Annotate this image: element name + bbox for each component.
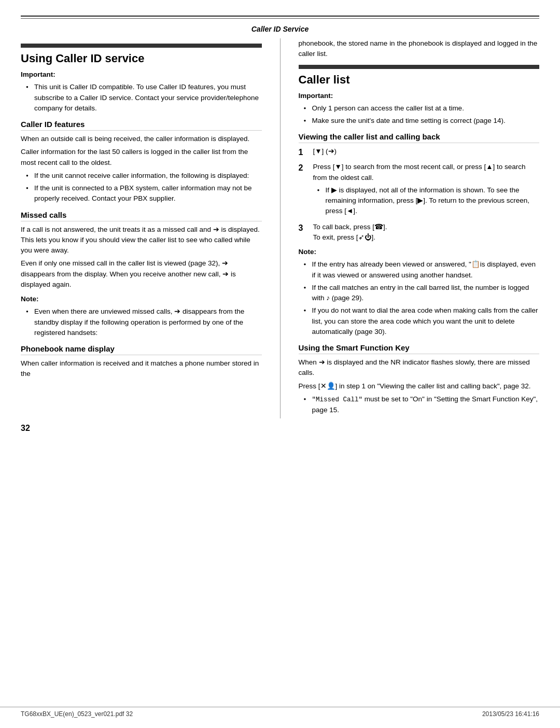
missed-calls-body1: If a call is not answered, the unit trea… bbox=[21, 225, 262, 256]
top-border bbox=[0, 16, 560, 19]
exit-symbol: ➶⏻ bbox=[358, 233, 372, 241]
right-column: phonebook, the stored name in the phoneb… bbox=[299, 38, 540, 418]
caller-list-important-label: Important: bbox=[299, 91, 540, 101]
left-column: Using Caller ID service Important: This … bbox=[21, 38, 262, 418]
smart-function-body2: Press [✕👤] in step 1 on "Viewing the cal… bbox=[299, 381, 540, 391]
step-1: 1 [▼] (➔) bbox=[299, 146, 540, 159]
step-num-3: 3 bbox=[299, 222, 310, 243]
page-number: 32 bbox=[21, 424, 539, 433]
steps-list: 1 [▼] (➔) 2 Press [▼] to search from the… bbox=[299, 146, 540, 243]
caller-id-features-heading: Caller ID features bbox=[21, 120, 262, 131]
main-heading-left: Using Caller ID service bbox=[21, 52, 262, 65]
list-item: If you do not want to dial the area code… bbox=[304, 305, 540, 337]
list-item: Only 1 person can access the caller list… bbox=[304, 103, 540, 114]
step-content-3: To call back, press [☎]. To exit, press … bbox=[313, 222, 540, 243]
important-label-left: Important: bbox=[21, 69, 262, 80]
step-2: 2 Press [▼] to search from the most rece… bbox=[299, 162, 540, 218]
missed-calls-note-bullets: Even when there are unviewed missed call… bbox=[21, 306, 262, 338]
two-column-layout: Using Caller ID service Important: This … bbox=[0, 38, 560, 418]
list-item: If the call matches an entry in the call… bbox=[304, 283, 540, 304]
footer-left: TG68xxBX_UE(en)_0523_ver021.pdf 32 bbox=[21, 710, 133, 718]
step-num-1: 1 bbox=[299, 146, 310, 159]
caller-id-body2: Caller information for the last 50 calle… bbox=[21, 147, 262, 168]
caller-list-heading: Caller list bbox=[299, 73, 540, 87]
right-dark-bar bbox=[299, 65, 540, 69]
viewing-note-label: Note: bbox=[299, 247, 540, 257]
list-item: This unit is Caller ID compatible. To us… bbox=[26, 82, 262, 114]
phonebook-body1: When caller information is received and … bbox=[21, 358, 262, 380]
list-item: If the unit is connected to a PBX system… bbox=[26, 183, 262, 204]
viewing-note-bullets: If the entry has already been viewed or … bbox=[299, 259, 540, 337]
phone-symbol: ☎ bbox=[374, 223, 383, 231]
caller-id-body1: When an outside call is being received, … bbox=[21, 134, 262, 144]
step-content-2: Press [▼] to search from the most recent… bbox=[313, 162, 540, 218]
list-item: If the entry has already been viewed or … bbox=[304, 259, 540, 281]
missed-call-code: "Missed Call" bbox=[312, 396, 363, 403]
important-bullets-left: This unit is Caller ID compatible. To us… bbox=[21, 82, 262, 114]
page-footer: TG68xxBX_UE(en)_0523_ver021.pdf 32 2013/… bbox=[0, 707, 560, 718]
list-item: If the unit cannot receive caller inform… bbox=[26, 171, 262, 181]
border-thick bbox=[21, 16, 539, 17]
caller-id-bullets: If the unit cannot receive caller inform… bbox=[21, 171, 262, 204]
border-thin bbox=[21, 18, 539, 19]
phonebook-heading: Phonebook name display bbox=[21, 344, 262, 355]
viewing-caller-list-heading: Viewing the caller list and calling back bbox=[299, 132, 540, 143]
missed-calls-note-label: Note: bbox=[21, 294, 262, 304]
missed-calls-body2: Even if only one missed call in the call… bbox=[21, 258, 262, 290]
step2-sub-bullets: If ▶ is displayed, not all of the inform… bbox=[313, 185, 540, 217]
smart-function-body1: When ➔ is displayed and the NR indicator… bbox=[299, 357, 540, 379]
footer-right: 2013/05/23 16:41:16 bbox=[482, 710, 539, 718]
phonebook-continued: phonebook, the stored name in the phoneb… bbox=[299, 38, 540, 60]
page-wrapper: Caller ID Service Using Caller ID servic… bbox=[0, 0, 560, 728]
smart-function-key-heading: Using the Smart Function Key bbox=[299, 343, 540, 354]
step-num-2: 2 bbox=[299, 162, 310, 218]
smart-function-bullet: "Missed Call" must be set to "On" in "Se… bbox=[299, 394, 540, 415]
list-item: Even when there are unviewed missed call… bbox=[26, 306, 262, 338]
page-section-title: Caller ID Service bbox=[21, 25, 539, 33]
list-item: Make sure the unit's date and time setti… bbox=[304, 116, 540, 126]
column-divider bbox=[280, 38, 281, 418]
left-dark-bar bbox=[21, 44, 262, 48]
step-3: 3 To call back, press [☎]. To exit, pres… bbox=[299, 222, 540, 243]
step-content-1: [▼] (➔) bbox=[313, 146, 540, 159]
caller-list-important-bullets: Only 1 person can access the caller list… bbox=[299, 103, 540, 127]
missed-calls-heading: Missed calls bbox=[21, 211, 262, 221]
list-item: "Missed Call" must be set to "On" in "Se… bbox=[304, 394, 540, 415]
list-item: If ▶ is displayed, not all of the inform… bbox=[317, 185, 540, 217]
